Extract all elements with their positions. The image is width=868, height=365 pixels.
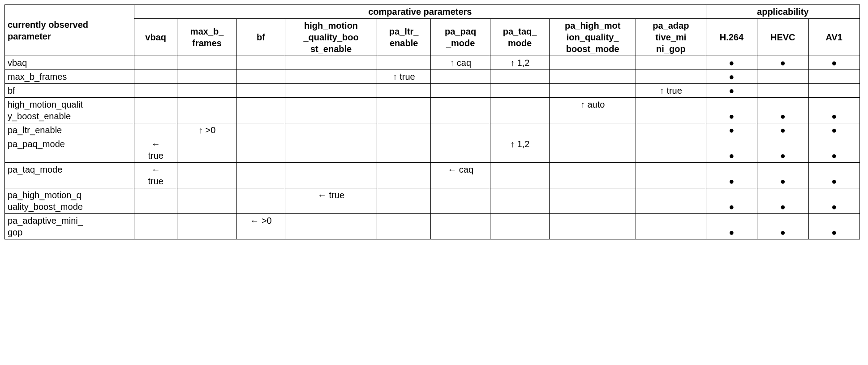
app-cell [757,84,808,98]
app-cell: ● [706,163,757,188]
cmp-cell [490,84,549,98]
row-label: pa_high_motion_q uality_boost_mode [5,188,134,214]
cmp-cell [377,188,430,214]
cmp-cell [134,70,177,84]
app-cell: ● [808,98,860,123]
app-cell [808,70,860,84]
cmp-cell [177,70,236,84]
cmp-cell: ← true [285,188,377,214]
app-cell: ● [808,137,860,163]
row-label: max_b_frames [5,70,134,84]
cmp-cell [134,56,177,70]
cmp-cell [177,163,236,188]
header-applicability-group: applicability [706,5,859,19]
cmp-cell [285,70,377,84]
cmp-cell [490,188,549,214]
header-cmp-7: pa_high_mot ion_quality_ boost_mode [550,19,636,56]
app-cell [757,70,808,84]
cmp-cell [285,84,377,98]
row-label: pa_adaptive_mini_ gop [5,214,134,239]
cmp-cell [431,123,490,137]
app-cell: ● [808,214,860,239]
cmp-cell [377,137,430,163]
cmp-cell [636,188,706,214]
header-cmp-6: pa_taq_ mode [490,19,549,56]
cmp-cell [177,84,236,98]
cmp-cell [236,84,285,98]
app-cell: ● [706,98,757,123]
cmp-cell [490,163,549,188]
cmp-cell [490,98,549,123]
app-cell: ● [757,123,808,137]
cmp-cell [550,123,636,137]
cmp-cell [636,70,706,84]
cmp-cell: ← >0 [236,214,285,239]
header-app-0: H.264 [706,19,757,56]
row-label: vbaq [5,56,134,70]
header-app-2: AV1 [808,19,860,56]
cmp-cell [285,56,377,70]
header-cmp-3: high_motion _quality_boo st_enable [285,19,377,56]
header-row-param: currently observed parameter [5,5,134,56]
header-cmp-0: vbaq [134,19,177,56]
cmp-cell: ↑ auto [550,98,636,123]
header-cmp-4: pa_ltr_ enable [377,19,430,56]
cmp-cell [177,214,236,239]
cmp-cell: ↑ 1,2 [490,56,549,70]
cmp-cell [236,70,285,84]
cmp-cell [236,98,285,123]
app-cell: ● [757,214,808,239]
cmp-cell: ↑ >0 [177,123,236,137]
header-comparative-group: comparative parameters [134,5,706,19]
cmp-cell [550,163,636,188]
table-row: pa_paq_mode← true↑ 1,2●●● [5,137,860,163]
cmp-cell [134,214,177,239]
app-cell: ● [706,56,757,70]
cmp-cell [377,214,430,239]
cmp-cell [377,163,430,188]
cmp-cell [285,163,377,188]
cmp-cell [431,188,490,214]
app-cell: ● [706,123,757,137]
app-cell: ● [706,137,757,163]
cmp-cell [550,137,636,163]
cmp-cell: ↑ true [377,70,430,84]
app-cell: ● [757,56,808,70]
cmp-cell: ↑ true [636,84,706,98]
app-cell: ● [706,70,757,84]
cmp-cell: ← caq [431,163,490,188]
app-cell: ● [757,163,808,188]
cmp-cell [431,98,490,123]
cmp-cell [134,123,177,137]
cmp-cell [550,70,636,84]
cmp-cell [134,98,177,123]
cmp-cell [636,214,706,239]
cmp-cell [285,123,377,137]
cmp-cell [134,84,177,98]
table-body: vbaq↑ caq↑ 1,2●●●max_b_frames↑ true●bf↑ … [5,56,860,239]
cmp-cell: ← true [134,137,177,163]
table-row: pa_adaptive_mini_ gop← >0●●● [5,214,860,239]
app-cell: ● [757,98,808,123]
parameter-comparison-table: currently observed parameter comparative… [4,4,860,239]
cmp-cell: ↑ 1,2 [490,137,549,163]
row-label: bf [5,84,134,98]
cmp-cell [177,137,236,163]
row-label: pa_ltr_enable [5,123,134,137]
app-cell: ● [706,84,757,98]
app-cell: ● [757,188,808,214]
app-cell: ● [808,188,860,214]
cmp-cell [236,123,285,137]
cmp-cell [490,214,549,239]
cmp-cell [550,84,636,98]
app-cell: ● [706,214,757,239]
cmp-cell: ← true [134,163,177,188]
app-cell: ● [808,163,860,188]
header-cmp-5: pa_paq _mode [431,19,490,56]
cmp-cell [431,214,490,239]
cmp-cell [550,214,636,239]
cmp-cell: ↑ caq [431,56,490,70]
cmp-cell [431,137,490,163]
cmp-cell [490,123,549,137]
cmp-cell [377,98,430,123]
